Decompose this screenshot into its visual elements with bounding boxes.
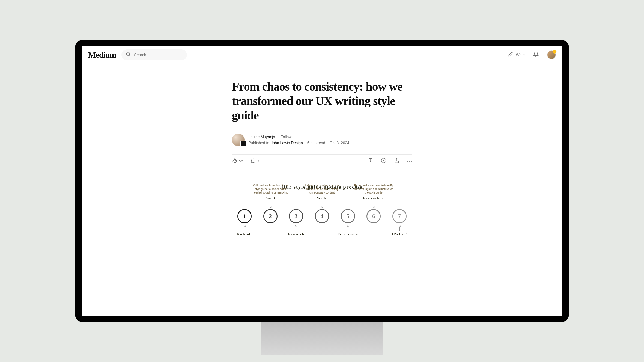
annotation-kick-off: Kick-off	[224, 225, 265, 237]
svg-line-1	[129, 55, 131, 56]
write-label: Write	[516, 53, 525, 57]
article-container: From chaos to consistency: how we transf…	[226, 80, 418, 223]
author-avatar[interactable]	[232, 134, 245, 146]
svg-point-0	[127, 52, 130, 55]
annotation-research: Research	[276, 225, 317, 237]
step-circle-6: 6	[366, 209, 381, 223]
annotation-write: Updated our guidance, adding new example…	[302, 184, 342, 207]
step-circle-4: 4	[315, 209, 329, 223]
monitor-stand	[261, 322, 383, 355]
connector	[252, 216, 263, 216]
respond-button[interactable]: 1	[251, 158, 260, 164]
steps-row: 1Kick-off2Critiqued each section of the …	[232, 209, 412, 223]
annotation-peer-review: Peer review	[327, 225, 368, 237]
listen-button[interactable]	[381, 158, 386, 164]
more-button[interactable]	[407, 161, 412, 162]
search-icon	[126, 52, 131, 58]
action-bar: 52 1	[232, 154, 412, 168]
connector	[355, 216, 367, 216]
write-button[interactable]: Write	[508, 51, 525, 58]
follow-link[interactable]: Follow	[281, 134, 291, 140]
bookmark-button[interactable]	[368, 158, 373, 164]
byline-text: Louise Muyanja · Follow Published in Joh…	[248, 134, 349, 146]
annotation-it-s-live-: It's live!	[379, 225, 420, 237]
connector	[278, 216, 289, 216]
monitor-frame: Medium Write	[75, 40, 569, 322]
svg-marker-5	[383, 160, 384, 162]
search-field[interactable]	[121, 49, 187, 60]
clap-button[interactable]: 52	[232, 158, 243, 164]
connector	[303, 216, 315, 216]
notifications-button[interactable]	[533, 51, 539, 58]
published-prefix: Published in	[248, 140, 269, 146]
user-avatar[interactable]	[547, 50, 556, 59]
step-circle-3: 3	[289, 209, 303, 223]
separator: ·	[277, 134, 278, 140]
share-button[interactable]	[394, 158, 399, 164]
write-icon	[508, 51, 514, 58]
annotation-audit: Critiqued each section of the style guid…	[250, 184, 291, 207]
connector	[329, 216, 341, 216]
brand-logo[interactable]: Medium	[88, 50, 116, 59]
separator: ·	[327, 140, 328, 146]
publication-link[interactable]: John Lewis Design	[271, 140, 303, 146]
byline: Louise Muyanja · Follow Published in Joh…	[232, 134, 412, 146]
header-bar: Medium Write	[82, 46, 562, 63]
author-name[interactable]: Louise Muyanja	[248, 134, 275, 140]
clap-count: 52	[239, 159, 243, 163]
clap-icon	[232, 158, 237, 164]
step-circle-7: 7	[392, 209, 407, 223]
annotation-restructure: Performed a card sort to identify the be…	[353, 184, 394, 207]
screen: Medium Write	[82, 46, 562, 316]
read-time: 6 min read	[307, 140, 325, 146]
connector	[381, 216, 392, 216]
article-title: From chaos to consistency: how we transf…	[232, 80, 412, 123]
step-circle-5: 5	[341, 209, 355, 223]
search-input[interactable]	[134, 53, 183, 57]
publish-date: Oct 3, 2024	[330, 140, 349, 146]
header-actions: Write	[508, 50, 556, 59]
bell-icon	[533, 53, 539, 58]
process-diagram: Our style guide update process 1Kick-off…	[232, 184, 412, 223]
step-circle-2: 2	[263, 209, 278, 223]
step-circle-1: 1	[237, 209, 252, 223]
response-count: 1	[258, 159, 260, 163]
separator: ·	[305, 140, 306, 146]
comment-icon	[251, 158, 256, 164]
